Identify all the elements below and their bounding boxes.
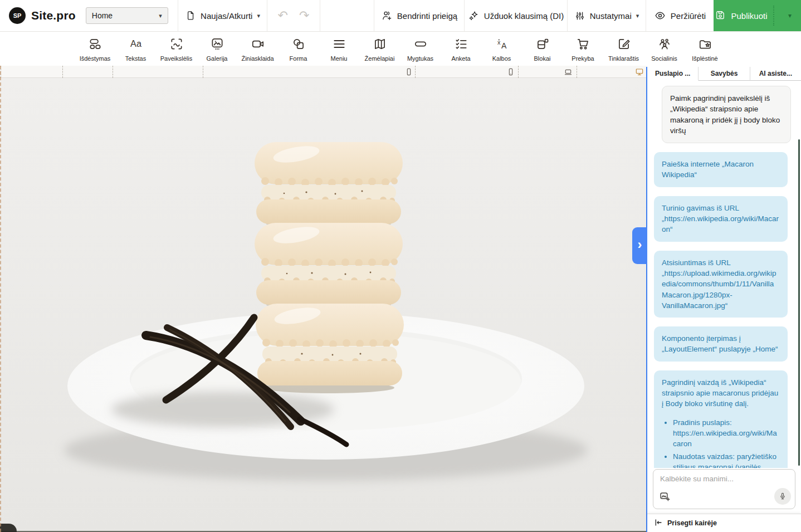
- tool-blog[interactable]: Tinklaraštis: [603, 33, 644, 65]
- tool-languages[interactable]: x A Kalbos: [481, 33, 522, 65]
- ruler-dash: [62, 66, 63, 78]
- svg-text:A: A: [501, 41, 506, 50]
- laptop-icon[interactable]: [564, 67, 573, 76]
- tool-button[interactable]: Mygtukas: [400, 33, 441, 65]
- panel-collapse-button[interactable]: ›: [632, 227, 647, 264]
- new-restore-label: Naujas/Atkurti: [201, 11, 252, 21]
- ask-ai-button[interactable]: Užduok klausimą (DI): [465, 0, 568, 31]
- people-icon: [657, 37, 672, 53]
- caret-down-icon: ▾: [159, 13, 162, 19]
- topbar: SP Site.pro Home ▾ Naujas/Atkurti ▾ ↶ ↷: [0, 0, 801, 32]
- tool-maps[interactable]: Žemėlapiai: [359, 33, 400, 65]
- chat-message-result: Pagrindinį vaizdą iš „Wikipedia“ straips…: [654, 370, 788, 468]
- sliders-icon: [574, 10, 585, 22]
- tool-menu[interactable]: Meniu: [319, 33, 359, 65]
- save-icon: [715, 9, 726, 22]
- canvas-left-guide: [0, 66, 1, 532]
- brand-name: Site.pro: [31, 9, 76, 22]
- tool-social[interactable]: Socialinis: [644, 33, 685, 65]
- result-bullet-list: Pradinis puslapis: https://en.wikipedia.…: [662, 417, 780, 468]
- ruler-dash: [113, 66, 113, 78]
- tool-layout[interactable]: Išdėstymas: [75, 33, 115, 65]
- page-selector[interactable]: Home ▾: [86, 7, 168, 24]
- publish-main[interactable]: Publikuoti: [714, 0, 769, 31]
- attach-image-button[interactable]: [659, 491, 671, 505]
- publish-dropdown-button[interactable]: ▾: [779, 0, 801, 31]
- publish-button[interactable]: Publikuoti ▾: [714, 0, 801, 31]
- undo-button[interactable]: ↶: [278, 9, 288, 22]
- pencil-square-icon: [617, 37, 631, 53]
- tab-page[interactable]: Puslapio ...: [647, 67, 699, 81]
- cart-icon: [576, 37, 590, 53]
- caret-down-icon: ▾: [636, 13, 639, 19]
- logo-glyph: SP: [13, 12, 22, 19]
- preview-label: Peržiūrėti: [671, 11, 706, 21]
- settings-label: Nustatymai: [590, 11, 632, 21]
- right-panel: Puslapio ... Savybės AI asiste... Paimk …: [646, 67, 801, 532]
- tool-shape[interactable]: Forma: [278, 33, 319, 65]
- tool-gallery[interactable]: Galerija: [197, 33, 237, 65]
- tool-media[interactable]: Žiniasklaida: [237, 33, 278, 65]
- tab-properties[interactable]: Savybės: [699, 67, 750, 81]
- chevron-right-icon: ›: [638, 237, 642, 252]
- component-toolbar: Išdėstymas Aa Paveikslėlis Tekstas Pavei…: [0, 32, 801, 66]
- tool-blocks[interactable]: Blokai: [522, 33, 563, 65]
- survey-icon: [454, 37, 468, 53]
- publish-label: Publikuoti: [731, 11, 767, 21]
- share-access-button[interactable]: Bendrinti prieigą: [374, 0, 465, 31]
- svg-text:Aa: Aa: [130, 38, 142, 48]
- folder-star-icon: [698, 37, 712, 53]
- desktop-icon[interactable]: [635, 67, 644, 76]
- blocks-icon: [535, 37, 550, 53]
- redo-button[interactable]: ↷: [299, 9, 309, 22]
- tool-advanced[interactable]: Išplėstinė: [685, 33, 725, 65]
- panel-tabs: Puslapio ... Savybės AI asiste...: [647, 67, 801, 81]
- settings-button[interactable]: Nustatymai ▾: [568, 0, 646, 31]
- chat-message-action: Atsisiuntimas iš URL „https://upload.wik…: [654, 251, 788, 318]
- text-icon: Aa: [129, 37, 143, 53]
- page-selector-value: Home: [92, 11, 113, 20]
- pin-left-label: Prisegti kairėje: [667, 519, 717, 527]
- canvas-image-macarons[interactable]: [0, 78, 646, 532]
- caret-down-icon: ▾: [257, 13, 260, 19]
- tab-ai-assistant[interactable]: AI asiste...: [750, 67, 801, 81]
- mic-button[interactable]: [774, 488, 791, 505]
- chat-message-action: Turinio gavimas iš URL „https://en.wikip…: [654, 196, 788, 242]
- brand-section: SP Site.pro Home ▾: [0, 0, 178, 31]
- ruler-dash: [577, 66, 577, 78]
- share-access-label: Bendrinti prieigą: [397, 11, 457, 21]
- document-icon: [185, 9, 196, 22]
- publish-divider: [773, 6, 774, 26]
- site-pro-builder: SP Site.pro Home ▾ Naujas/Atkurti ▾ ↶ ↷: [0, 0, 801, 532]
- page-canvas: [0, 78, 646, 532]
- media-icon: [251, 37, 265, 53]
- shape-icon: [291, 37, 306, 53]
- pin-left-button[interactable]: Prisegti kairėje: [647, 514, 801, 532]
- breakpoint-ruler: [0, 66, 646, 78]
- ruler-dash: [415, 66, 416, 78]
- person-plus-icon: [381, 9, 393, 22]
- sparkles-icon: [468, 10, 480, 22]
- ask-ai-label: Užduok klausimą (DI): [484, 11, 564, 21]
- tool-commerce[interactable]: Prekyba: [563, 33, 603, 65]
- chat-scrollbar[interactable]: [798, 139, 800, 466]
- ai-chat-history: Paimk pagrindinį paveikslėlį iš „Wikiped…: [647, 81, 801, 468]
- tool-text[interactable]: Aa Paveikslėlis Tekstas: [115, 33, 156, 65]
- mobile-icon[interactable]: [506, 67, 515, 76]
- new-restore-button[interactable]: Naujas/Atkurti ▾: [178, 0, 267, 31]
- phone-icon[interactable]: [404, 67, 413, 76]
- image-icon: [169, 37, 184, 53]
- caret-down-icon: ▾: [788, 12, 792, 19]
- gallery-icon: [210, 37, 224, 53]
- svg-text:x: x: [497, 39, 501, 46]
- topbar-spacer: [320, 0, 374, 31]
- tool-survey[interactable]: Anketa: [441, 33, 481, 65]
- chat-message-action: Paieška internete „Macaron Wikipedia“: [654, 152, 788, 187]
- languages-icon: x A: [495, 37, 509, 53]
- preview-button[interactable]: Peržiūrėti: [646, 0, 714, 31]
- menu-icon: [332, 37, 346, 53]
- tool-image[interactable]: Paveikslėlis: [156, 33, 197, 65]
- chat-input[interactable]: [653, 470, 795, 494]
- maps-icon: [373, 37, 387, 53]
- chat-message-user: Paimk pagrindinį paveikslėlį iš „Wikiped…: [662, 86, 791, 143]
